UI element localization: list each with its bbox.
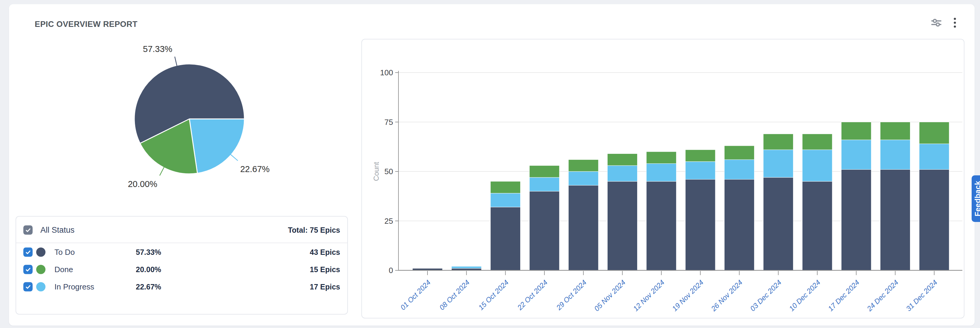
all-status-checkbox[interactable]	[23, 225, 33, 235]
bar-segment-to-do[interactable]	[608, 181, 638, 270]
bar-segment-to-do[interactable]	[568, 185, 598, 270]
status-count: 43 Epics	[310, 248, 340, 257]
y-axis-title: Count	[372, 162, 380, 181]
bar-segment-done[interactable]	[841, 122, 871, 140]
bar-segment-to-do[interactable]	[491, 207, 520, 270]
bar-segment-done[interactable]	[646, 152, 676, 164]
sliders-icon	[931, 17, 942, 28]
status-count: 15 Epics	[310, 265, 340, 274]
pie-percent-label: 20.00%	[128, 179, 157, 189]
more-options-button[interactable]	[948, 16, 961, 29]
bar-segment-done[interactable]	[919, 122, 949, 144]
bar-segment-in-progress[interactable]	[764, 150, 793, 177]
y-axis-tick-label: 0	[389, 266, 393, 275]
status-pie-chart: 22.67%20.00%57.33%	[84, 36, 305, 198]
x-axis-label: 29 Oct 2024	[554, 278, 588, 312]
bar-segment-to-do[interactable]	[880, 170, 910, 270]
pie-slice-in-progress[interactable]	[189, 119, 244, 173]
pie-percent-label: 57.33%	[143, 44, 172, 54]
bar-segment-to-do[interactable]	[685, 179, 715, 270]
bar-segment-to-do[interactable]	[530, 191, 559, 270]
total-epics-value: Total: 75 Epics	[288, 226, 340, 235]
vertical-ellipsis-icon	[950, 17, 960, 29]
bar-segment-done[interactable]	[685, 150, 715, 162]
bar-segment-done[interactable]	[724, 146, 754, 160]
legend-row-to-do[interactable]: To Do57.33%43 Epics	[16, 244, 347, 260]
checkmark-icon	[25, 266, 31, 273]
bar-segment-done[interactable]	[608, 154, 638, 165]
checkmark-icon	[25, 227, 31, 233]
x-axis-label: 10 Dec 2024	[788, 278, 822, 312]
page-title: EPIC OVERVIEW REPORT	[35, 20, 138, 29]
epic-trend-chart-panel: 01 Oct 202408 Oct 202415 Oct 202422 Oct …	[361, 39, 964, 318]
y-axis-tick-label: 100	[380, 68, 393, 77]
bar-segment-done[interactable]	[764, 134, 793, 150]
bar-segment-done[interactable]	[802, 134, 832, 150]
x-axis-label: 19 Nov 2024	[670, 278, 705, 312]
status-label: Done	[54, 265, 73, 274]
bar-segment-to-do[interactable]	[802, 181, 832, 270]
bar-segment-to-do[interactable]	[646, 181, 676, 270]
legend-header-row[interactable]: All Status Total: 75 Epics	[16, 222, 347, 238]
bar-segment-done[interactable]	[491, 181, 520, 193]
bar-segment-to-do[interactable]	[724, 179, 754, 270]
status-checkbox[interactable]	[23, 248, 33, 257]
bar-segment-done[interactable]	[530, 165, 559, 177]
epic-overview-page: { "header": { "title": "EPIC OVERVIEW RE…	[0, 0, 980, 328]
status-percent: 57.33%	[136, 248, 161, 257]
x-axis-label: 26 Nov 2024	[709, 278, 744, 313]
y-axis-tick-label: 50	[384, 167, 393, 176]
feedback-button[interactable]: Feedback	[972, 175, 980, 222]
y-axis-tick-label: 75	[384, 118, 393, 127]
checkmark-icon	[25, 249, 31, 255]
bar-segment-in-progress[interactable]	[491, 193, 520, 207]
filter-sliders-button[interactable]	[930, 16, 943, 29]
bar-segment-in-progress[interactable]	[880, 140, 910, 170]
all-status-label: All Status	[40, 225, 75, 235]
bar-segment-to-do[interactable]	[764, 177, 793, 270]
status-label: To Do	[54, 248, 75, 257]
pie-label-line	[160, 167, 164, 175]
bar-segment-in-progress[interactable]	[919, 144, 949, 170]
x-axis-label: 12 Nov 2024	[632, 278, 666, 312]
status-legend-panel: All Status Total: 75 Epics To Do57.33%43…	[16, 216, 348, 315]
pie-percent-label: 22.67%	[240, 164, 269, 174]
pie-label-line	[231, 154, 238, 161]
bar-segment-in-progress[interactable]	[646, 164, 676, 182]
status-label: In Progress	[54, 282, 94, 292]
bar-segment-in-progress[interactable]	[568, 171, 598, 185]
x-axis-label: 01 Oct 2024	[399, 278, 432, 312]
y-axis-tick-label: 25	[384, 217, 393, 225]
x-axis-label: 08 Oct 2024	[438, 278, 471, 312]
bar-segment-done[interactable]	[568, 160, 598, 171]
bar-segment-to-do[interactable]	[919, 170, 949, 270]
status-checkbox[interactable]	[23, 282, 33, 292]
status-checkbox[interactable]	[23, 265, 33, 274]
status-count: 17 Epics	[310, 283, 340, 291]
bar-segment-in-progress[interactable]	[530, 177, 559, 191]
bar-segment-to-do[interactable]	[841, 170, 871, 270]
bar-segment-in-progress[interactable]	[608, 165, 638, 181]
bar-segment-in-progress[interactable]	[685, 162, 715, 179]
x-axis-label: 17 Dec 2024	[827, 278, 861, 312]
legend-row-in-progress[interactable]: In Progress22.67%17 Epics	[16, 279, 347, 295]
status-color-dot	[36, 265, 46, 274]
epic-overview-card: EPIC OVERVIEW REPORT 22.67%20.00%57.33% …	[9, 4, 975, 326]
x-axis-label: 22 Oct 2024	[515, 278, 549, 312]
status-percent: 22.67%	[136, 283, 161, 291]
bar-segment-in-progress[interactable]	[724, 160, 754, 179]
legend-row-done[interactable]: Done20.00%15 Epics	[16, 261, 347, 278]
legend-divider	[16, 242, 347, 243]
bar-segment-in-progress[interactable]	[841, 140, 871, 170]
bar-segment-in-progress[interactable]	[802, 150, 832, 181]
feedback-button-label: Feedback	[974, 181, 980, 216]
bar-segment-done[interactable]	[880, 122, 910, 140]
pie-label-line	[175, 57, 177, 66]
status-color-dot	[36, 248, 46, 257]
checkmark-icon	[25, 284, 31, 290]
status-color-dot	[36, 282, 46, 292]
x-axis-label: 31 Dec 2024	[904, 278, 939, 312]
bar-segment-in-progress[interactable]	[452, 266, 481, 269]
status-percent: 20.00%	[136, 265, 161, 274]
x-axis-label: 24 Dec 2024	[865, 278, 900, 313]
